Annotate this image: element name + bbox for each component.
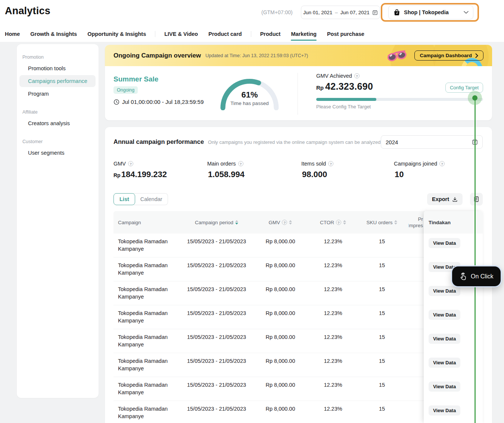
cell-ctor: 12.23%	[311, 401, 355, 423]
sort-icon	[343, 220, 346, 225]
help-icon[interactable]: ?	[128, 161, 133, 166]
cell-sku-orders: 15	[355, 353, 408, 377]
view-data-button[interactable]: View Data	[429, 405, 460, 416]
cell-campaign-name: Tokopedia Ramadan Kampanye	[113, 353, 183, 377]
shop-bag-icon	[393, 9, 401, 16]
report-list-button[interactable]	[470, 193, 483, 206]
help-icon[interactable]: ?	[328, 161, 333, 166]
action-row: View Data	[424, 401, 483, 423]
view-toggle: List Calendar	[113, 193, 168, 205]
chevron-down-icon	[464, 11, 469, 14]
nav-divider	[251, 31, 251, 37]
cell-period: 15/05/2023 - 21/05/2023	[183, 329, 250, 353]
sidebar-item-promotion-tools[interactable]: Promotion tools	[19, 62, 96, 74]
cell-period: 15/05/2023 - 21/05/2023	[183, 353, 250, 377]
action-row: View Data	[424, 329, 483, 353]
annual-subtitle: Only campaigns you registered via the on…	[208, 139, 380, 145]
help-icon[interactable]: ?	[439, 161, 445, 166]
year-value: 2024	[386, 139, 398, 145]
help-icon[interactable]: ?	[336, 220, 341, 225]
cell-sku-orders: 15	[355, 377, 408, 401]
campaign-dashboard-button[interactable]: Campaign Dashboard	[414, 50, 483, 61]
sidebar-section-promotion: Promotion	[22, 55, 99, 60]
sort-icon	[235, 220, 238, 225]
cell-campaign-name: Tokopedia Ramadan Kampanye	[113, 234, 183, 257]
tab-post-purchase[interactable]: Post purchase	[322, 26, 370, 42]
tab-product-card[interactable]: Product card	[203, 26, 247, 42]
view-data-button[interactable]: View Data	[429, 238, 460, 248]
shop-selector-dropdown[interactable]: Shop | Tokopedia	[388, 5, 473, 19]
year-selector[interactable]: 2024	[381, 135, 483, 149]
cell-gmv: Rp 8,000.00	[250, 329, 311, 353]
banner-updated-time: Updated at Time: Jun 13, 2022 21:59:03 (…	[205, 53, 308, 58]
cell-gmv: Rp 8,000.00	[250, 353, 311, 377]
gmv-progress-bar	[316, 98, 483, 101]
date-range-start: Jun 01, 2021	[303, 10, 332, 15]
gauge-sublabel: Time has passed	[217, 101, 282, 106]
metric-gmv: GMV? Rp184.199.232	[113, 161, 207, 179]
list-view-button[interactable]: List	[113, 193, 135, 205]
banner-title: Ongoing Campaign overview	[113, 52, 201, 59]
view-data-button[interactable]: View Data	[429, 334, 460, 344]
annual-title: Annual campaign performance	[113, 138, 204, 145]
tab-opportunity-insights[interactable]: Opportunity & Insights	[82, 26, 151, 42]
gauge-percent: 61%	[217, 90, 282, 100]
help-icon[interactable]: ?	[354, 73, 360, 78]
col-campaign: Campaign	[113, 220, 183, 225]
date-range-picker[interactable]: Jun 01, 2021 – Jun 07, 2021	[301, 6, 380, 19]
cell-sku-orders: 15	[355, 305, 408, 329]
sidebar-item-program[interactable]: Program	[19, 88, 96, 100]
config-target-button[interactable]: Config Target	[445, 83, 483, 93]
calendar-view-button[interactable]: Calendar	[133, 193, 168, 205]
ongoing-campaign-card: Ongoing Campaign overview Updated at Tim…	[105, 45, 492, 120]
cell-ctor: 12.23%	[311, 305, 355, 329]
cell-campaign-name: Tokopedia Ramadan Kampanye	[113, 401, 183, 423]
config-target-note: Please Config The Target	[316, 104, 483, 109]
view-data-button[interactable]: View Data	[429, 310, 460, 320]
cell-sku-orders: 15	[355, 329, 408, 353]
view-data-button[interactable]: View Data	[429, 358, 460, 368]
col-campaign-period[interactable]: Campaign period	[183, 220, 250, 225]
cell-gmv: Rp 8,000.00	[250, 377, 311, 401]
metric-main-orders: Main orders? 1.058.994	[207, 161, 301, 179]
sidebar-item-user-segments[interactable]: User segments	[19, 147, 96, 159]
help-icon[interactable]: ?	[282, 220, 287, 225]
sunglasses-illustration	[386, 49, 408, 62]
cell-gmv: Rp 8,000.00	[250, 234, 311, 257]
action-row: View Data	[424, 234, 483, 257]
cell-period: 15/05/2023 - 21/05/2023	[183, 257, 250, 281]
tab-live-video[interactable]: LIVE & Video	[159, 26, 203, 42]
cell-ctor: 12.23%	[311, 234, 355, 257]
metric-campaigns-joined-value: 10	[395, 170, 404, 179]
cell-sku-orders: 15	[355, 401, 408, 423]
help-icon[interactable]: ?	[238, 161, 243, 166]
view-data-button[interactable]: View Data	[429, 286, 460, 296]
download-icon	[452, 197, 458, 202]
tab-growth-insights[interactable]: Growth & Insights	[25, 26, 82, 42]
sidebar-item-campaigns-performance[interactable]: Campaigns performance	[19, 75, 96, 87]
col-gmv[interactable]: GMV ?	[250, 220, 311, 225]
date-range-separator: –	[335, 10, 338, 15]
chevron-right-icon	[475, 53, 478, 58]
view-data-button[interactable]: View Data	[429, 382, 460, 392]
timezone-label: (GTM+07:00)	[261, 9, 293, 15]
campaign-period: Jul 01,00:00:00 - Jul 18,23:59:59	[122, 99, 204, 105]
metric-items-sold: Items sold? 98.000	[301, 161, 394, 179]
cell-period: 15/05/2023 - 21/05/2023	[183, 401, 250, 423]
calendar-icon	[372, 10, 378, 15]
export-button[interactable]: Export	[427, 193, 463, 205]
cell-campaign-name: Tokopedia Ramadan Kampanye	[113, 257, 183, 281]
tab-home[interactable]: Home	[5, 26, 25, 42]
col-sku-orders[interactable]: SKU orders	[355, 220, 408, 225]
col-ctor[interactable]: CTOR ?	[311, 220, 355, 225]
cell-gmv: Rp 8,000.00	[250, 401, 311, 423]
sidebar-item-creators-analysis[interactable]: Creators analysis	[19, 117, 96, 129]
clock-icon	[113, 99, 119, 105]
cell-period: 15/05/2023 - 21/05/2023	[183, 305, 250, 329]
sort-icon	[289, 220, 292, 225]
date-range-end: Jun 07, 2021	[340, 10, 370, 15]
tab-marketing[interactable]: Marketing	[286, 26, 322, 42]
gmv-achieved-value: 42.323.690	[325, 81, 373, 92]
tab-product[interactable]: Product	[255, 26, 286, 42]
currency-prefix: Rp	[316, 84, 324, 91]
